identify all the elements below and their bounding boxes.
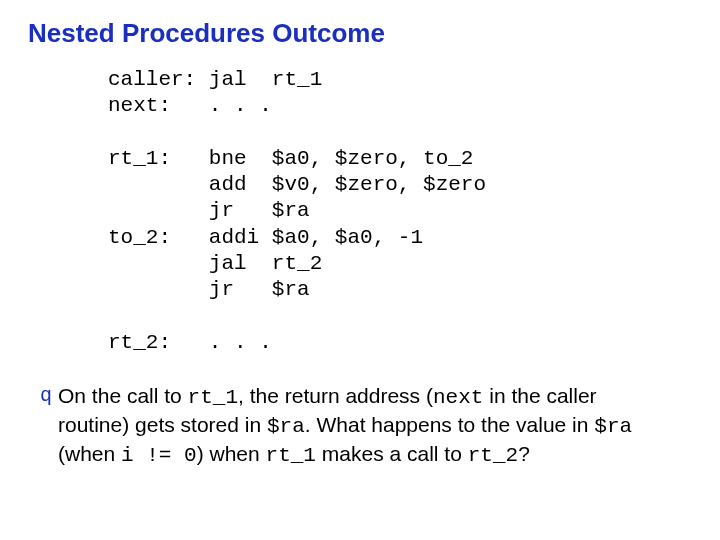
- code-token: rt_2: [468, 444, 518, 467]
- para-text: , the return address (: [238, 384, 433, 407]
- code-token: rt_1: [266, 444, 316, 467]
- bullet-icon: q: [40, 382, 58, 470]
- code-line: jr $ra: [108, 278, 310, 301]
- explanation-paragraph: On the call to rt_1, the return address …: [58, 382, 662, 470]
- para-text: . What happens to the value in: [305, 413, 595, 436]
- code-block: caller: jal rt_1 next: . . . rt_1: bne $…: [108, 67, 692, 356]
- para-text: On the call to: [58, 384, 188, 407]
- slide-title: Nested Procedures Outcome: [28, 18, 692, 49]
- code-line: jal rt_2: [108, 252, 322, 275]
- para-text: (when: [58, 442, 121, 465]
- code-token: i != 0: [121, 444, 197, 467]
- code-token: rt_1: [188, 386, 238, 409]
- code-token: $ra: [594, 415, 632, 438]
- code-line: caller: jal rt_1: [108, 68, 322, 91]
- code-token: next: [433, 386, 483, 409]
- bullet-row: q On the call to rt_1, the return addres…: [28, 382, 692, 470]
- code-token: $ra: [267, 415, 305, 438]
- para-text: ?: [518, 442, 530, 465]
- code-line: rt_2: . . .: [108, 331, 272, 354]
- code-line: to_2: addi $a0, $a0, -1: [108, 226, 423, 249]
- code-line: jr $ra: [108, 199, 310, 222]
- para-text: makes a call to: [316, 442, 468, 465]
- code-line: add $v0, $zero, $zero: [108, 173, 486, 196]
- para-text: ) when: [197, 442, 266, 465]
- code-line: rt_1: bne $a0, $zero, to_2: [108, 147, 473, 170]
- code-line: next: . . .: [108, 94, 272, 117]
